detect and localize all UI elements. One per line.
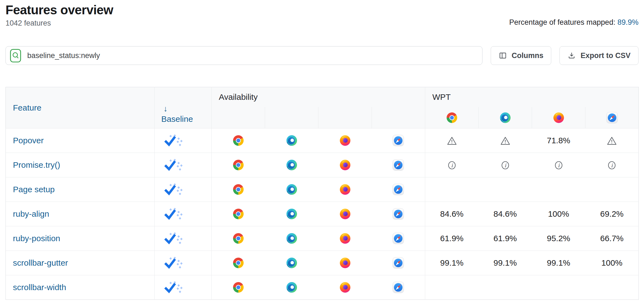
- wpt-score-cell: 71.8%: [532, 128, 585, 153]
- feature-cell: Page setup: [6, 177, 155, 202]
- chrome-icon: [232, 208, 245, 220]
- feature-cell: ruby-position: [6, 226, 155, 251]
- availability-cell: [372, 128, 425, 153]
- columns-button[interactable]: Columns: [491, 46, 552, 65]
- baseline-newly-icon: [164, 159, 182, 171]
- mapped-stat: Percentage of features mapped: 89.9%: [509, 18, 638, 28]
- chrome-icon: [232, 257, 245, 269]
- availability-cell: [212, 202, 265, 226]
- warning-icon[interactable]: [607, 136, 617, 146]
- availability-subheader-cell: [318, 107, 372, 128]
- search-icon: [10, 49, 21, 62]
- column-header-baseline[interactable]: ↓ Baseline: [155, 87, 212, 128]
- edge-icon: [285, 257, 298, 269]
- wpt-score-cell: 100%: [532, 202, 585, 226]
- availability-cell: [265, 177, 318, 202]
- availability-cell: [372, 226, 425, 251]
- chrome-icon: [232, 134, 245, 147]
- feature-cell: Popover: [6, 128, 155, 153]
- availability-cell: [265, 128, 318, 153]
- firefox-icon: [339, 134, 351, 147]
- availability-cell: [212, 251, 265, 275]
- table-row: Promise.try(): [6, 153, 639, 177]
- warning-icon[interactable]: [447, 136, 457, 146]
- safari-icon: [606, 111, 618, 124]
- wpt-score-cell: [479, 177, 532, 202]
- availability-cell: [318, 202, 372, 226]
- feature-link[interactable]: ruby-align: [13, 209, 49, 218]
- info-icon[interactable]: [607, 160, 617, 170]
- feature-link[interactable]: Popover: [13, 136, 44, 145]
- wpt-score-cell: [425, 177, 479, 202]
- chrome-icon: [232, 281, 245, 294]
- feature-link[interactable]: Page setup: [13, 185, 55, 194]
- info-icon[interactable]: [500, 160, 510, 170]
- availability-cell: [372, 275, 425, 300]
- features-table: Feature ↓ Baseline Availability WPT: [6, 87, 639, 300]
- feature-link[interactable]: ruby-position: [13, 234, 60, 243]
- availability-cell: [212, 128, 265, 153]
- wpt-score-cell: 99.1%: [479, 251, 532, 275]
- search-input[interactable]: [27, 51, 477, 60]
- wpt-subheader-safari: [585, 107, 639, 128]
- features-overview-page: Features overview 1042 features Percenta…: [0, 0, 644, 300]
- chrome-icon: [446, 111, 458, 124]
- baseline-cell: [155, 202, 212, 226]
- wpt-score-cell: [479, 153, 532, 177]
- group-header-wpt: WPT: [425, 87, 639, 107]
- wpt-score-cell: [479, 128, 532, 153]
- availability-cell: [265, 226, 318, 251]
- edge-icon: [285, 281, 298, 294]
- baseline-newly-icon: [164, 183, 182, 196]
- edge-icon: [499, 111, 512, 124]
- feature-count: 1042 features: [6, 19, 113, 28]
- feature-link[interactable]: Promise.try(): [13, 160, 60, 169]
- safari-icon: [392, 159, 405, 171]
- table-body: Popover 71.8% Promise.try() Page setup: [6, 128, 639, 300]
- wpt-score-cell: [585, 177, 639, 202]
- baseline-header-label: Baseline: [161, 114, 193, 123]
- table-row: Page setup: [6, 177, 639, 202]
- feature-cell: scrollbar-gutter: [6, 251, 155, 275]
- table-row: scrollbar-gutter 99.1% 99.1% 99.1% 100%: [6, 251, 639, 275]
- firefox-icon: [339, 257, 351, 269]
- availability-cell: [212, 153, 265, 177]
- feature-cell: ruby-align: [6, 202, 155, 226]
- chrome-icon: [232, 159, 245, 171]
- baseline-cell: [155, 177, 212, 202]
- wpt-score-cell: [585, 128, 639, 153]
- wpt-subheader-chrome: [425, 107, 479, 128]
- download-icon: [567, 51, 576, 60]
- column-header-feature[interactable]: Feature: [6, 87, 155, 128]
- mapped-value-link[interactable]: 89.9%: [617, 18, 638, 26]
- wpt-score-cell: 61.9%: [425, 226, 479, 251]
- search-bar: [6, 46, 482, 65]
- wpt-subheader-firefox: [532, 107, 585, 128]
- baseline-newly-icon: [164, 232, 182, 245]
- wpt-score-cell: [425, 275, 479, 300]
- page-title: Features overview: [6, 3, 113, 16]
- availability-cell: [318, 153, 372, 177]
- availability-cell: [318, 128, 372, 153]
- firefox-icon: [339, 183, 351, 196]
- info-icon[interactable]: [447, 160, 457, 170]
- feature-link[interactable]: scrollbar-gutter: [13, 258, 68, 267]
- availability-subheader-cell: [212, 107, 265, 128]
- availability-cell: [372, 251, 425, 275]
- firefox-icon: [339, 281, 351, 294]
- export-csv-button[interactable]: Export to CSV: [560, 46, 638, 65]
- wpt-score-cell: 100%: [585, 251, 639, 275]
- warning-icon[interactable]: [500, 136, 510, 146]
- feature-link[interactable]: scrollbar-width: [13, 283, 66, 292]
- info-icon[interactable]: [554, 160, 564, 170]
- wpt-score-cell: [585, 275, 639, 300]
- table-row: Popover 71.8%: [6, 128, 639, 153]
- wpt-score-cell: 95.2%: [532, 226, 585, 251]
- wpt-score-cell: [425, 153, 479, 177]
- firefox-icon: [339, 159, 351, 171]
- availability-subheader-cell: [265, 107, 318, 128]
- baseline-newly-icon: [164, 134, 182, 147]
- mapped-label: Percentage of features mapped:: [509, 18, 615, 26]
- wpt-score-cell: [532, 275, 585, 300]
- wpt-score-cell: [479, 275, 532, 300]
